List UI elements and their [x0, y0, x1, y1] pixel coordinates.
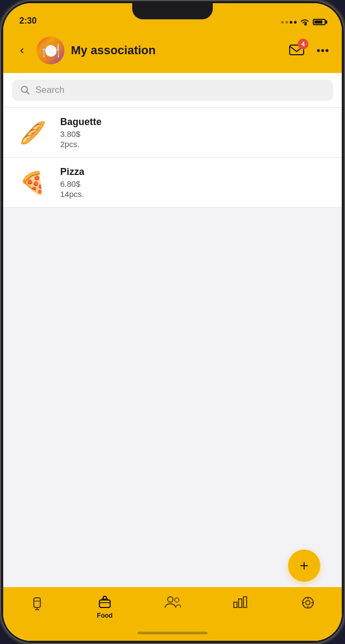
nav-item-drink[interactable] [3, 594, 71, 611]
people-icon [164, 596, 181, 609]
svg-rect-14 [234, 602, 237, 608]
add-icon: + [300, 558, 308, 573]
food-item-name: Baguette [60, 116, 331, 128]
food-item-price: 6.80$ [60, 179, 331, 188]
header-actions: 4 ••• [287, 41, 331, 60]
svg-line-2 [27, 92, 30, 94]
food-item-quantity: 14pcs. [60, 189, 331, 199]
svg-point-13 [175, 598, 179, 602]
more-button[interactable]: ••• [315, 42, 331, 58]
list-item[interactable]: 🥖 Baguette 3.80$ 2pcs. [3, 108, 342, 158]
food-item-info-pizza: Pizza 6.80$ 14pcs. [60, 166, 331, 199]
wifi-icon [300, 18, 310, 26]
settings-icon [301, 596, 315, 610]
food-item-quantity: 2pcs. [60, 140, 331, 149]
stats-icon [233, 596, 248, 609]
svg-rect-3 [34, 598, 40, 608]
food-item-price: 3.80$ [60, 129, 331, 138]
food-item-image-baguette: 🥖 [14, 118, 52, 148]
battery-icon [313, 19, 326, 25]
nav-label-food: Food [97, 612, 112, 619]
nav-item-settings[interactable] [274, 594, 342, 610]
more-icon: ••• [317, 45, 329, 57]
notification-badge: 4 [298, 39, 308, 49]
phone-screen: 2:30 [3, 3, 342, 641]
nav-item-people[interactable] [139, 594, 206, 609]
food-icon [97, 596, 112, 610]
food-item-name: Pizza [60, 166, 331, 178]
search-bar[interactable]: Search [12, 79, 333, 101]
app-header: ‹ 🍽️ My association 4 ••• [3, 30, 342, 73]
svg-rect-15 [239, 599, 242, 608]
food-item-image-pizza: 🍕 [14, 168, 52, 197]
notch [132, 3, 213, 19]
svg-point-12 [168, 597, 173, 602]
svg-point-17 [306, 601, 310, 605]
search-icon [20, 85, 30, 95]
food-list: 🥖 Baguette 3.80$ 2pcs. 🍕 Pizza 6 [3, 108, 342, 208]
notification-button[interactable]: 4 [287, 41, 306, 60]
page-title: My association [71, 43, 281, 57]
avatar: 🍽️ [37, 36, 64, 64]
food-item-info-baguette: Baguette 3.80$ 2pcs. [60, 116, 331, 149]
nav-item-food[interactable]: Food [71, 594, 139, 619]
back-arrow-icon: ‹ [20, 43, 24, 57]
status-icons [281, 18, 326, 26]
home-indicator [138, 632, 207, 634]
drink-icon [30, 596, 44, 611]
fab-container: + [288, 550, 320, 582]
phone-frame: 2:30 [0, 0, 345, 644]
nav-item-stats[interactable] [206, 594, 274, 609]
status-time: 2:30 [19, 16, 37, 26]
add-item-button[interactable]: + [288, 550, 320, 582]
back-button[interactable]: ‹ [14, 42, 30, 58]
svg-point-9 [103, 596, 106, 599]
svg-rect-16 [243, 597, 247, 608]
svg-rect-7 [99, 600, 110, 608]
search-container: Search [3, 73, 342, 108]
search-placeholder: Search [35, 85, 64, 96]
list-item[interactable]: 🍕 Pizza 6.80$ 14pcs. [3, 158, 342, 208]
signal-icon [281, 21, 297, 24]
